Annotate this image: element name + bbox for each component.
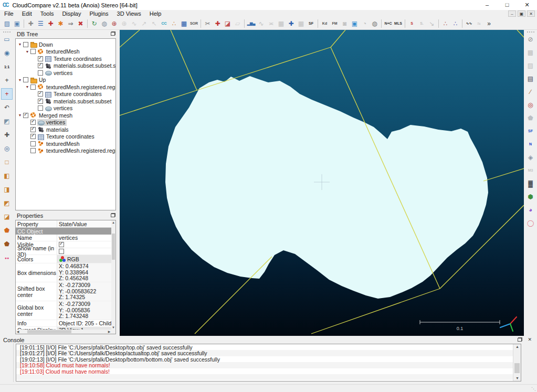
cloud-distance-icon[interactable]: ⊕ bbox=[109, 18, 119, 28]
left-view-icon[interactable]: ◨ bbox=[1, 184, 13, 195]
qsf-plugin-icon[interactable]: SF bbox=[525, 125, 536, 136]
tree-item[interactable]: vertices bbox=[16, 69, 115, 77]
show-name-checkbox[interactable] bbox=[59, 249, 64, 254]
label-icon[interactable]: ∿ bbox=[129, 18, 139, 28]
mdi-minimize-button[interactable]: – bbox=[508, 10, 516, 17]
separator[interactable] bbox=[380, 18, 383, 28]
mesh-distance-icon[interactable]: ⊕ bbox=[119, 18, 129, 28]
canupo-classify-icon[interactable]: ∴ bbox=[450, 18, 460, 28]
compass-icon[interactable]: ◎ bbox=[525, 99, 536, 110]
subsample-icon[interactable]: ∴ bbox=[169, 18, 179, 28]
properties-col-value[interactable]: State/Value bbox=[57, 220, 111, 227]
spline-icon[interactable]: S bbox=[407, 18, 417, 28]
tree-checkbox[interactable] bbox=[23, 42, 28, 47]
maximize-button[interactable]: □ bbox=[497, 0, 517, 10]
animation-icon[interactable]: ▤ bbox=[525, 73, 536, 84]
scroll-up-icon[interactable]: ▲ bbox=[513, 344, 521, 349]
menu-item[interactable]: File bbox=[0, 10, 18, 17]
console-log[interactable]: [19:01:15] [I/O] File 'C:/Users/pfalk/De… bbox=[16, 344, 521, 382]
zoom-lens-icon[interactable]: ◎ bbox=[1, 143, 13, 154]
spline-fit-icon[interactable]: S. bbox=[417, 18, 427, 28]
menu-item[interactable]: Help bbox=[145, 10, 166, 17]
separator[interactable] bbox=[403, 18, 407, 28]
mdi-restore-button[interactable]: ▣ bbox=[518, 10, 525, 17]
tree-checkbox[interactable] bbox=[38, 105, 43, 111]
tree-item[interactable]: ▼ Up bbox=[16, 77, 115, 84]
kd-tree-icon[interactable]: Kd bbox=[320, 18, 330, 28]
menu-item[interactable]: Display bbox=[58, 10, 85, 17]
tree-checkbox[interactable] bbox=[30, 141, 36, 146]
auto-pick-rotation-center-icon[interactable]: + bbox=[1, 88, 13, 100]
stats-icon[interactable]: ▦ bbox=[276, 18, 286, 28]
console-header[interactable]: Console ✕ bbox=[0, 336, 537, 344]
front-view-icon[interactable]: ◧ bbox=[1, 170, 13, 182]
tree-item[interactable]: Texture coordinates bbox=[16, 133, 115, 141]
tree-checkbox[interactable] bbox=[38, 99, 43, 104]
cc-compare-icon[interactable]: CC bbox=[159, 18, 169, 28]
float-panel-icon[interactable] bbox=[518, 337, 522, 342]
properties-vertical-scrollbar[interactable]: ▲ ▼ bbox=[111, 220, 115, 330]
properties-horizontal-scrollbar[interactable]: ◀ ▶ bbox=[16, 330, 111, 334]
back-view-icon[interactable]: ◩ bbox=[1, 197, 13, 209]
pick-rotation-center-icon[interactable]: ✚ bbox=[213, 18, 223, 28]
open-icon[interactable]: ▨ bbox=[2, 18, 12, 28]
scrollbar-thumb[interactable] bbox=[514, 363, 520, 373]
apply-transform-icon[interactable]: ⇒ bbox=[66, 18, 76, 28]
tree-item[interactable]: ▼ texturedMesh bbox=[16, 48, 115, 56]
bottom-view-icon[interactable]: ◪ bbox=[1, 211, 13, 223]
tree-checkbox[interactable] bbox=[30, 120, 36, 125]
tree-item[interactable]: ▼ Merged mesh bbox=[16, 112, 115, 119]
clean-broom-icon[interactable]: ∕ bbox=[525, 86, 536, 97]
console-close-icon[interactable]: ✕ bbox=[528, 337, 532, 342]
properties-col-property[interactable]: Property bbox=[16, 220, 57, 227]
add-icon[interactable]: ✚ bbox=[286, 18, 296, 28]
tree-item[interactable]: vertices bbox=[16, 119, 115, 126]
tree-checkbox[interactable] bbox=[30, 148, 36, 153]
colorize-icon[interactable]: ✱ bbox=[56, 18, 66, 28]
tree-checkbox[interactable] bbox=[38, 56, 43, 61]
top-view-icon[interactable]: □ bbox=[1, 156, 13, 168]
curve-fit-icon[interactable]: ∿ bbox=[256, 18, 266, 28]
display-options-icon[interactable]: ▭ bbox=[1, 34, 13, 45]
scroll-right-icon[interactable]: ▶ bbox=[107, 330, 111, 334]
menu-item[interactable]: 3D Views bbox=[113, 10, 145, 17]
back-iso-view-icon[interactable]: ⬟ bbox=[1, 238, 13, 250]
point-pair-align-icon[interactable]: ✚ bbox=[46, 18, 56, 28]
sf-tools-icon[interactable]: SF bbox=[306, 18, 316, 28]
facets-icon[interactable]: ⬢ bbox=[525, 191, 536, 202]
tree-checkbox[interactable] bbox=[30, 49, 36, 54]
scroll-left-icon[interactable]: ◀ bbox=[16, 330, 20, 334]
image-file-icon[interactable]: ▣ bbox=[350, 18, 360, 28]
stereo-mode-icon[interactable]: ●● bbox=[1, 252, 13, 263]
toolbar-grip[interactable] bbox=[3, 31, 10, 33]
polyline-icon[interactable]: ↖ bbox=[149, 18, 159, 28]
sphere-icon[interactable]: ◔ bbox=[360, 18, 370, 28]
perspective-icon[interactable]: ◩ bbox=[1, 115, 13, 127]
screenshot-icon[interactable]: ◉ bbox=[1, 47, 13, 59]
title-bar[interactable]: CC CloudCompare v2.11 beta (Anoia) Stere… bbox=[0, 0, 537, 10]
separator[interactable] bbox=[437, 18, 440, 28]
tree-item[interactable]: ▼ texturedMesh.registered.registered bbox=[16, 83, 115, 91]
pivot-icon[interactable]: ✚ bbox=[26, 18, 36, 28]
tree-checkbox[interactable] bbox=[23, 77, 28, 82]
tree-checkbox[interactable] bbox=[38, 70, 43, 76]
mls-smooth-icon[interactable]: MLS bbox=[393, 18, 403, 28]
pick-point-icon[interactable]: + bbox=[1, 75, 13, 86]
mesh-image-icon[interactable]: ◙ bbox=[340, 18, 350, 28]
fm-icon[interactable]: FM bbox=[330, 18, 340, 28]
waveform-window-icon[interactable]: ≈ bbox=[474, 18, 484, 28]
tree-item[interactable]: texturedMesh bbox=[16, 140, 115, 147]
profile-icon[interactable]: ≍ bbox=[266, 18, 276, 28]
tree-item[interactable]: texturedMesh.registered.registered bbox=[16, 147, 115, 155]
pan-icon[interactable]: ✚ bbox=[1, 129, 13, 141]
tree-item[interactable]: vertices bbox=[16, 105, 115, 112]
float-panel-icon[interactable] bbox=[111, 31, 115, 36]
properties-header[interactable]: Properties bbox=[14, 211, 120, 219]
resize-grip[interactable]: ⋱ bbox=[531, 386, 536, 391]
normals-compute-icon[interactable]: N+C bbox=[383, 18, 393, 28]
waveform-icon[interactable]: ∿∿ bbox=[464, 18, 474, 28]
converter-icon[interactable]: ▨ bbox=[525, 60, 536, 71]
separator[interactable] bbox=[86, 18, 89, 28]
expander-icon[interactable]: ▼ bbox=[25, 50, 30, 54]
visible-checkbox[interactable] bbox=[59, 242, 64, 247]
